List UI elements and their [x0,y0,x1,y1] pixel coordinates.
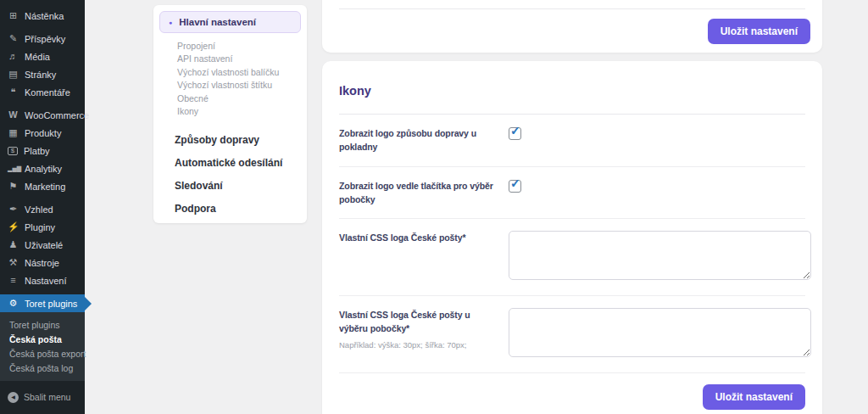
sidebar-item-dashboard[interactable]: ⊞ Nástěnka [0,7,85,25]
sidebar-item-settings[interactable]: ≡ Nastavení [0,271,85,289]
sidebar-item-label: Nástěnka [25,11,64,21]
divider [339,8,805,9]
previous-settings-card: Uložit nastavení [322,0,822,53]
sidebar-item-users[interactable]: ♟ Uživatelé [0,236,85,254]
nav-item-hlavni-nastaveni[interactable]: ● Hlavní nastavení [159,11,301,33]
save-settings-button-top[interactable]: Uložit nastavení [708,19,810,44]
setting-label: Zobrazit logo způsobu dopravy u pokladny [339,126,498,154]
appearance-brush-icon: ✒ [8,204,19,214]
admin-menu: ⊞ Nástěnka ✎ Příspěvky ♬ Média ▤ Stránky… [0,0,85,406]
sidebar-item-label: WooCommerce [25,110,89,120]
setting-row-logo-checkout: Zobrazit logo způsobu dopravy u pokladny… [339,115,805,167]
sidebar-item-label: Média [25,52,50,62]
nav-active-label: Hlavní nastavení [179,17,256,27]
setting-label: Zobrazit logo vedle tlačítka pro výběr p… [339,179,498,207]
submenu-item-ceska-posta-export[interactable]: Česká pošta export [0,346,85,361]
users-icon: ♟ [8,240,19,249]
checkmark-icon: ✓ [510,176,520,190]
sidebar-item-label: Uživatelé [25,240,63,250]
nav-item-propojeni[interactable]: Propojení [153,39,307,53]
save-settings-button[interactable]: Uložit nastavení [703,384,805,410]
submenu-item-label: Česká pošta export [9,349,86,359]
payments-card-icon: $ [8,147,18,155]
collapse-arrow-icon: ◀ [8,392,19,403]
nav-item-automaticke-odesilani[interactable]: Automatické odesílání [153,157,307,169]
sidebar-item-label: Pluginy [25,222,55,232]
checkbox-logo-checkout[interactable]: ✓ [509,127,521,140]
sidebar-item-media[interactable]: ♬ Média [0,48,85,65]
sidebar-item-payments[interactable]: $ Platby [0,142,85,159]
sidebar-item-analytics[interactable]: ▂▅▇ Analytiky [0,159,85,177]
toret-plugins-submenu: Toret plugins Česká pošta Česká pošta ex… [0,312,85,381]
sidebar-item-label: Komentáře [25,87,70,98]
settings-sliders-icon: ≡ [8,276,19,285]
sidebar-item-label: Příspěvky [25,34,65,44]
nav-item-zpusoby-dopravy[interactable]: Způsoby dopravy [153,134,307,146]
sidebar-item-label: Marketing [25,182,65,192]
submenu-item-label: Česká pošta log [9,363,73,373]
card-title: Ikony [339,61,805,98]
setting-row-custom-css-logo: Vlastní CSS loga České pošty* [339,219,805,296]
custom-css-logo-branch-textarea[interactable] [509,308,811,357]
wp-admin-sidebar: ⊞ Nástěnka ✎ Příspěvky ♬ Média ▤ Stránky… [0,0,85,414]
pages-icon: ▤ [8,70,19,79]
plugins-plug-icon: ⚡ [8,222,19,232]
sidebar-item-label: Platby [24,146,50,156]
sidebar-item-marketing[interactable]: ⚑ Marketing [0,177,85,195]
nav-sub-items: Propojení API nastavení Výchozí vlastnos… [153,39,307,118]
setting-hint: Například: výška: 30px; šířka: 70px; [339,340,498,350]
collapse-menu-label: Sbalit menu [24,392,70,402]
sidebar-item-woocommerce[interactable]: W WooCommerce [0,106,85,124]
submenu-item-toret-plugins[interactable]: Toret plugins [0,317,85,332]
posts-pin-icon: ✎ [8,34,19,43]
sidebar-item-pages[interactable]: ▤ Stránky [0,65,85,83]
nav-item-podpora[interactable]: Podpora [153,203,307,215]
nav-item-ikony[interactable]: Ikony [153,105,307,119]
checkmark-icon: ✓ [510,124,520,137]
sidebar-item-label: Toret plugins [25,299,77,309]
dashboard-icon: ⊞ [8,11,19,20]
nav-item-vychozi-vlastnosti-balicku[interactable]: Výchozí vlastnosti balíčku [153,65,307,79]
sidebar-item-products[interactable]: ▦ Produkty [0,124,85,142]
setting-label-col: Zobrazit logo způsobu dopravy u pokladny [339,126,498,154]
setting-label-col: Vlastní CSS loga České pošty* [339,231,498,244]
marketing-megaphone-icon: ⚑ [8,182,19,191]
sidebar-item-tools[interactable]: ⚒ Nástroje [0,254,85,271]
setting-control-col [509,308,811,361]
setting-row-custom-css-logo-branch: Vlastní CSS loga České pošty u výběru po… [339,296,805,373]
setting-label-col: Vlastní CSS loga České pošty u výběru po… [339,308,498,350]
setting-control-col: ✓ [509,126,805,140]
sidebar-item-plugins[interactable]: ⚡ Pluginy [0,218,85,236]
sidebar-item-comments[interactable]: ❝ Komentáře [0,83,85,101]
nav-item-vychozi-vlastnosti-stitku[interactable]: Výchozí vlastnosti štítku [153,79,307,92]
page: ⊞ Nástěnka ✎ Příspěvky ♬ Média ▤ Stránky… [0,0,868,414]
collapse-menu-button[interactable]: ◀ Sbalit menu [0,389,85,406]
checkbox-logo-branch-button[interactable]: ✓ [509,180,521,193]
sidebar-item-appearance[interactable]: ✒ Vzhled [0,200,85,218]
sidebar-item-posts[interactable]: ✎ Příspěvky [0,30,85,48]
nav-item-obecne[interactable]: Obecné [153,92,307,105]
sidebar-item-label: Stránky [25,70,56,80]
settings-nav-card: ● Hlavní nastavení Propojení API nastave… [153,5,307,223]
analytics-bars-icon: ▂▅▇ [8,165,19,171]
sidebar-item-label: Produkty [25,128,61,138]
sidebar-item-label: Analytiky [25,164,62,174]
submenu-item-label: Toret plugins [9,320,60,330]
sidebar-item-toret-plugins[interactable]: ⚙ Toret plugins [0,294,85,312]
submenu-item-ceska-posta-log[interactable]: Česká pošta log [0,361,85,375]
setting-row-logo-branch-button: Zobrazit logo vedle tlačítka pro výběr p… [339,167,805,220]
gear-icon: ⚙ [8,299,19,308]
icons-settings-card: Ikony Zobrazit logo způsobu dopravy u po… [322,61,822,414]
nav-item-sledovani[interactable]: Sledování [153,180,307,192]
setting-label: Vlastní CSS loga České pošty* [339,231,498,244]
sidebar-item-label: Vzhled [25,204,53,215]
toret-plugins-arrow [85,297,92,310]
custom-css-logo-textarea[interactable] [509,231,811,280]
submenu-item-ceska-posta[interactable]: Česká pošta [0,332,85,346]
nav-item-api-nastaveni[interactable]: API nastavení [153,53,307,66]
tools-wrench-icon: ⚒ [8,258,19,267]
sidebar-item-label: Nástroje [25,258,59,268]
products-box-icon: ▦ [8,128,19,137]
setting-label: Vlastní CSS loga České pošty u výběru po… [339,308,498,336]
setting-control-col: ✓ [509,179,805,193]
